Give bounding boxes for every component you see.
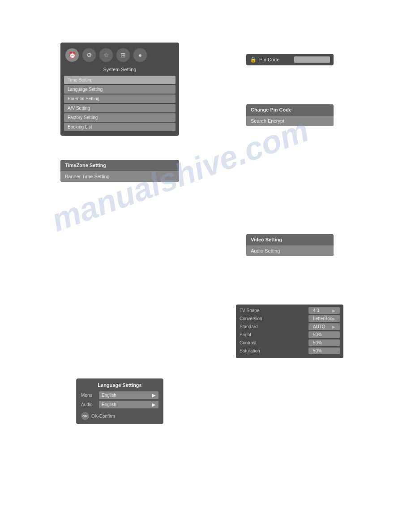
pin-label: Pin Code bbox=[259, 57, 291, 62]
tv-shape-row: TV Shape 4:3 ▶ bbox=[240, 307, 340, 314]
menu-item-factory[interactable]: Factory Setting bbox=[64, 113, 176, 122]
lang-panel-title: Language Settings bbox=[81, 382, 158, 388]
standard-arrow: ▶ bbox=[332, 325, 335, 329]
video-detail-panel: TV Shape 4:3 ▶ Conversion LetterBox ▶ St… bbox=[236, 305, 343, 358]
system-setting-panel: ⏰ ⚙ ☆ ⊞ ● System Setting Time Setting La… bbox=[60, 43, 179, 136]
banner-time-item[interactable]: Banner Time Setting bbox=[60, 171, 179, 182]
tv-shape-text: 4:3 bbox=[313, 308, 319, 313]
search-encrypt-item[interactable]: Search Encrypt bbox=[246, 116, 334, 126]
timezone-setting-item[interactable]: TimeZone Setting bbox=[60, 160, 179, 171]
pin-input[interactable] bbox=[294, 56, 330, 63]
timezone-panel: TimeZone Setting Banner Time Setting bbox=[60, 160, 179, 182]
standard-row: Standard AUTO ▶ bbox=[240, 323, 340, 330]
menu-item-parental[interactable]: Parental Setting bbox=[64, 94, 176, 103]
contrast-value[interactable]: 50% bbox=[308, 339, 340, 346]
menu-lang-value: English bbox=[102, 393, 116, 398]
standard-label: Standard bbox=[240, 324, 308, 329]
audio-lang-dropdown[interactable]: English ▶ bbox=[99, 401, 158, 408]
pin-code-panel: 🔒 Pin Code bbox=[246, 54, 334, 65]
menu-item-av[interactable]: A/V Setting bbox=[64, 104, 176, 112]
audio-lang-row: Audio English ▶ bbox=[81, 401, 158, 408]
video-setting-item[interactable]: Video Setting bbox=[246, 234, 334, 245]
tv-shape-arrow: ▶ bbox=[332, 309, 335, 313]
contrast-text: 50% bbox=[313, 340, 322, 345]
system-panel-title: System Setting bbox=[64, 67, 176, 72]
av-setting-panel: Video Setting Audio Setting bbox=[246, 234, 334, 256]
menu-lang-row: Menu English ▶ bbox=[81, 391, 158, 399]
audio-lang-label: Audio bbox=[81, 402, 99, 407]
standard-text: AUTO bbox=[313, 324, 325, 329]
audio-lang-arrow: ▶ bbox=[152, 402, 156, 407]
audio-setting-item[interactable]: Audio Setting bbox=[246, 245, 334, 256]
bright-row: Bright 50% bbox=[240, 331, 340, 338]
saturation-row: Saturation 50% bbox=[240, 348, 340, 354]
settings-icon[interactable]: ⚙ bbox=[82, 48, 96, 62]
menu-item-booking[interactable]: Booking List bbox=[64, 123, 176, 131]
bright-label: Bright bbox=[240, 332, 308, 337]
parental-setting-panel: Change Pin Code Search Encrypt bbox=[246, 104, 334, 126]
saturation-value[interactable]: 50% bbox=[308, 348, 340, 354]
contrast-row: Contrast 50% bbox=[240, 339, 340, 346]
lock-icon: 🔒 bbox=[250, 56, 257, 63]
bright-text: 50% bbox=[313, 332, 322, 337]
menu-item-time[interactable]: Time Setting bbox=[64, 76, 176, 84]
audio-lang-value: English bbox=[102, 402, 116, 407]
ok-circle-icon[interactable]: OK bbox=[81, 412, 89, 420]
language-settings-panel: Language Settings Menu English ▶ Audio E… bbox=[76, 378, 163, 424]
standard-value[interactable]: AUTO ▶ bbox=[308, 323, 340, 330]
saturation-text: 50% bbox=[313, 348, 322, 353]
ok-confirm-label: OK-Confirm bbox=[91, 414, 115, 419]
tv-shape-label: TV Shape bbox=[240, 308, 308, 313]
menu-item-language[interactable]: Language Setting bbox=[64, 85, 176, 94]
ok-confirm-row: OK OK-Confirm bbox=[81, 412, 158, 420]
conversion-row: Conversion LetterBox ▶ bbox=[240, 315, 340, 322]
saturation-label: Saturation bbox=[240, 348, 308, 353]
menu-lang-label: Menu bbox=[81, 393, 99, 398]
av-icon[interactable]: ⊞ bbox=[116, 48, 130, 62]
bright-value[interactable]: 50% bbox=[308, 331, 340, 338]
conversion-text: LetterBox bbox=[313, 316, 332, 321]
menu-lang-arrow: ▶ bbox=[152, 393, 156, 398]
parental-icon[interactable]: ☆ bbox=[99, 48, 113, 62]
time-icon[interactable]: ⏰ bbox=[65, 48, 79, 62]
contrast-label: Contrast bbox=[240, 340, 308, 345]
tv-shape-value[interactable]: 4:3 ▶ bbox=[308, 307, 340, 314]
conversion-label: Conversion bbox=[240, 316, 308, 321]
info-icon[interactable]: ● bbox=[133, 48, 147, 62]
conversion-value[interactable]: LetterBox ▶ bbox=[308, 315, 340, 322]
change-pin-item[interactable]: Change Pin Code bbox=[246, 104, 334, 115]
conversion-arrow: ▶ bbox=[332, 317, 335, 321]
menu-lang-dropdown[interactable]: English ▶ bbox=[99, 391, 158, 399]
system-icon-bar: ⏰ ⚙ ☆ ⊞ ● bbox=[64, 46, 176, 64]
